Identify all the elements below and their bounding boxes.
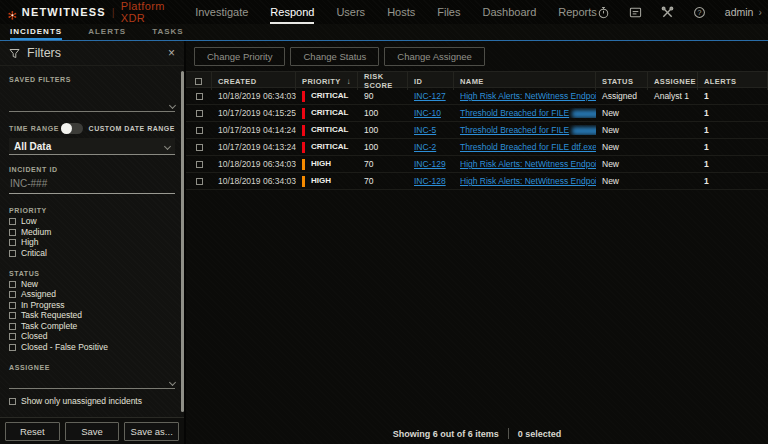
priority-option-low[interactable]: Low	[9, 217, 175, 226]
checkbox-unchecked[interactable]	[9, 229, 16, 236]
risk-score-cell: 70	[358, 176, 408, 186]
incident-name-link[interactable]: High Risk Alerts: NetWitness Endpoint fo…	[460, 91, 596, 101]
column-header-created[interactable]: CREATED	[212, 72, 296, 90]
admin-tools-icon[interactable]	[661, 6, 674, 19]
priority-option-medium[interactable]: Medium	[9, 228, 175, 237]
priority-bar-high	[302, 176, 305, 187]
checkbox-unchecked[interactable]	[9, 239, 16, 246]
column-header-alerts[interactable]: ALERTS	[698, 72, 768, 90]
table-row[interactable]: 10/17/2019 04:13:24 pmCRITICAL100INC-2Th…	[186, 139, 768, 156]
checkbox-unchecked[interactable]	[9, 291, 16, 298]
change-assignee-button[interactable]: Change Assignee	[384, 47, 484, 66]
jobs-panel-icon[interactable]	[629, 6, 642, 19]
table-row[interactable]: 10/18/2019 06:34:03 pmHIGH70INC-128High …	[186, 173, 768, 190]
row-checkbox[interactable]	[196, 161, 203, 168]
column-header-assignee[interactable]: ASSIGNEE	[648, 72, 698, 90]
checkbox-unchecked[interactable]	[9, 250, 16, 257]
incident-id-link[interactable]: INC-10	[414, 108, 441, 118]
table-row[interactable]: 10/18/2019 06:34:03 pmHIGH70INC-129High …	[186, 156, 768, 173]
row-checkbox[interactable]	[196, 178, 203, 185]
select-all-checkbox[interactable]	[195, 78, 202, 85]
save-as-button[interactable]: Save as...	[124, 422, 179, 441]
checkbox-unchecked[interactable]	[9, 323, 16, 330]
risk-score-cell: 100	[358, 108, 408, 118]
column-header-risk-score[interactable]: RISK SCORE	[358, 72, 408, 90]
topnav-item-users[interactable]: Users	[336, 0, 365, 24]
incident-id-link[interactable]: INC-127	[414, 91, 446, 101]
filters-panel: Filters × SAVED FILTERS TIME RANGE CUSTO…	[0, 41, 186, 444]
incident-id-link[interactable]: INC-129	[414, 159, 446, 169]
topnav-item-investigate[interactable]: Investigate	[195, 0, 248, 24]
user-menu[interactable]: admin ›	[725, 6, 762, 18]
incident-name-link[interactable]: Threshold Breached for FILE dtf.exe	[460, 142, 596, 152]
checkbox-unchecked[interactable]	[9, 398, 16, 405]
row-checkbox[interactable]	[196, 144, 203, 151]
checkbox-unchecked[interactable]	[9, 333, 16, 340]
column-header-name[interactable]: NAME	[454, 72, 596, 90]
incidents-table-header: CREATEDPRIORITY↓RISK SCOREIDNAMESTATUSAS…	[186, 71, 768, 88]
checkbox-unchecked[interactable]	[9, 302, 16, 309]
row-checkbox[interactable]	[196, 127, 203, 134]
save-button[interactable]: Save	[65, 422, 120, 441]
status-option-task-requested[interactable]: Task Requested	[9, 311, 175, 320]
incident-id-input[interactable]	[9, 175, 175, 194]
column-header-status[interactable]: STATUS	[596, 72, 648, 90]
checkbox-unchecked[interactable]	[9, 218, 16, 225]
topnav-item-respond[interactable]: Respond	[270, 0, 314, 24]
status-option-closed-false-positive[interactable]: Closed - False Positive	[9, 343, 175, 352]
status-option-new[interactable]: New	[9, 280, 175, 289]
topnav-item-hosts[interactable]: Hosts	[387, 0, 415, 24]
incident-id-link[interactable]: INC-2	[414, 142, 436, 152]
checkbox-unchecked[interactable]	[9, 281, 16, 288]
saved-filters-dropdown[interactable]	[9, 97, 175, 112]
help-icon[interactable]: ?	[693, 6, 706, 19]
table-row[interactable]: 10/17/2019 04:15:25 pmCRITICAL100INC-10T…	[186, 105, 768, 122]
column-header-id[interactable]: ID	[408, 72, 454, 90]
filters-scrollbar[interactable]	[181, 71, 184, 412]
netwitness-logo: NETWITNESS | Platform XDR	[8, 0, 169, 24]
tab-alerts[interactable]: ALERTS	[88, 24, 126, 40]
priority-option-critical[interactable]: Critical	[9, 249, 175, 258]
name-cell: High Risk Alerts: NetWitness Endpoint fo…	[454, 159, 596, 169]
status-option-closed[interactable]: Closed	[9, 332, 175, 341]
checkbox-unchecked[interactable]	[9, 312, 16, 319]
brand-product: Platform XDR	[121, 0, 169, 24]
row-checkbox[interactable]	[196, 110, 203, 117]
change-status-button[interactable]: Change Status	[290, 47, 379, 66]
assignee-dropdown[interactable]	[9, 374, 175, 389]
status-option-task-complete[interactable]: Task Complete	[9, 322, 175, 331]
table-row[interactable]: 10/18/2019 06:34:03 pmCRITICAL90INC-127H…	[186, 88, 768, 105]
name-cell: High Risk Alerts: NetWitness Endpoint fo…	[454, 91, 596, 101]
reset-button[interactable]: Reset	[5, 422, 60, 441]
assignee-option-show-only-unassigned-incidents[interactable]: Show only unassigned incidents	[9, 397, 175, 406]
column-header-priority[interactable]: PRIORITY↓	[296, 72, 358, 90]
change-priority-button[interactable]: Change Priority	[194, 47, 285, 66]
stopwatch-icon[interactable]	[597, 6, 610, 19]
tab-incidents[interactable]: INCIDENTS	[10, 24, 62, 40]
time-range-select[interactable]: All Data	[9, 138, 175, 155]
topnav-item-dashboard[interactable]: Dashboard	[482, 0, 536, 24]
row-checkbox[interactable]	[196, 93, 203, 100]
brand-separator: |	[112, 6, 115, 18]
status-cell: New	[596, 176, 648, 186]
topnav-item-files[interactable]: Files	[437, 0, 460, 24]
status-option-assigned[interactable]: Assigned	[9, 290, 175, 299]
filters-body: SAVED FILTERS TIME RANGE CUSTOM DATE RAN…	[0, 66, 184, 417]
incident-name-link[interactable]: Threshold Breached for FILE	[460, 108, 569, 118]
incident-name-link[interactable]: High Risk Alerts: NetWitness Endpoint fo…	[460, 176, 596, 186]
priority-option-label: Medium	[21, 228, 51, 237]
incident-id-link[interactable]: INC-128	[414, 176, 446, 186]
incident-name-link[interactable]: Threshold Breached for FILE	[460, 125, 569, 135]
priority-option-high[interactable]: High	[9, 238, 175, 247]
topnav-item-reports[interactable]: Reports	[558, 0, 597, 24]
close-icon[interactable]: ×	[168, 47, 175, 59]
status-option-in-progress[interactable]: In Progress	[9, 301, 175, 310]
top-navigation: NETWITNESS | Platform XDR InvestigateRes…	[0, 0, 768, 24]
incident-id-link[interactable]: INC-5	[414, 125, 436, 135]
custom-date-range-toggle[interactable]	[61, 123, 83, 134]
table-row[interactable]: 10/17/2019 04:14:24 pmCRITICAL100INC-5Th…	[186, 122, 768, 139]
incident-name-link[interactable]: High Risk Alerts: NetWitness Endpoint fo…	[460, 159, 596, 169]
status-label: STATUS	[9, 270, 175, 277]
checkbox-unchecked[interactable]	[9, 344, 16, 351]
tab-tasks[interactable]: TASKS	[152, 24, 184, 40]
